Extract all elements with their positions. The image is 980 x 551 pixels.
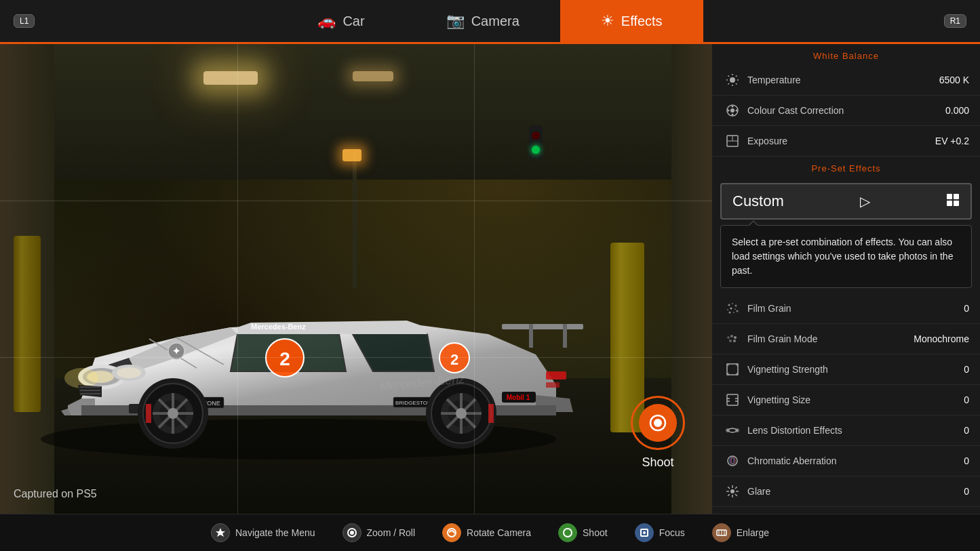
svg-point-80 bbox=[734, 308, 736, 310]
svg-rect-90 bbox=[726, 363, 729, 366]
rotate-label: Rotate Camera bbox=[467, 527, 531, 538]
vignetting-size-icon bbox=[723, 390, 742, 409]
svg-rect-72 bbox=[954, 194, 959, 199]
shoot-button-area[interactable]: Shoot bbox=[610, 396, 705, 470]
colour-cast-label: Colour Cast Correction bbox=[742, 105, 945, 116]
temperature-row[interactable]: Temperature 6500 K bbox=[712, 65, 980, 96]
chromatic-aberration-row[interactable]: Chromatic Aberration 0 bbox=[712, 446, 980, 476]
enlarge-label: Enlarge bbox=[737, 527, 769, 538]
traffic-light-red bbox=[532, 131, 540, 140]
svg-marker-127 bbox=[216, 528, 225, 537]
temperature-value: 6500 K bbox=[939, 75, 969, 85]
svg-line-58 bbox=[728, 76, 730, 77]
shoot-label: Shoot bbox=[610, 455, 705, 470]
film-grain-icon bbox=[723, 299, 742, 318]
tab-effects-label: Effects bbox=[621, 14, 663, 29]
film-grain-mode-icon bbox=[723, 329, 742, 348]
film-grain-row[interactable]: Film Grain 0 bbox=[712, 293, 980, 324]
vignetting-strength-row[interactable]: Vignetting Strength 0 bbox=[712, 354, 980, 385]
glare-value: 0 bbox=[964, 486, 969, 497]
shoot-bottom-icon bbox=[558, 523, 577, 542]
exposure-row[interactable]: Exposure EV +0.2 bbox=[712, 126, 980, 157]
svg-point-129 bbox=[350, 531, 354, 535]
svg-point-8 bbox=[117, 367, 141, 378]
film-grain-mode-row[interactable]: Film Grain Mode Monochrome bbox=[712, 324, 980, 354]
orange-underline bbox=[0, 42, 980, 44]
preset-selector[interactable]: Custom ▷ bbox=[720, 183, 972, 220]
svg-rect-94 bbox=[727, 394, 738, 405]
temperature-icon bbox=[723, 70, 742, 89]
vignetting-size-label: Vignetting Size bbox=[742, 394, 964, 405]
zoom-btn: Zoom / Roll bbox=[342, 523, 416, 542]
temperature-label: Temperature bbox=[742, 75, 939, 85]
right-panel: White Balance Temperature 6500 K bbox=[712, 44, 980, 514]
svg-point-85 bbox=[730, 335, 733, 338]
traffic-light-green bbox=[532, 146, 540, 154]
svg-rect-9 bbox=[80, 386, 100, 388]
svg-point-104 bbox=[730, 489, 734, 493]
shoot-bottom-label: Shoot bbox=[583, 527, 608, 538]
svg-line-60 bbox=[736, 76, 737, 77]
svg-point-78 bbox=[727, 309, 728, 310]
yellow-pillar-left bbox=[14, 236, 41, 412]
glare-row[interactable]: Glare 0 bbox=[712, 476, 980, 507]
svg-text:Mobil 1: Mobil 1 bbox=[507, 394, 530, 401]
svg-point-76 bbox=[732, 303, 733, 304]
svg-point-66 bbox=[728, 110, 730, 112]
main-viewport: ✦ 2 2 Mercedes-Benz AMG BRIDGESTON bbox=[0, 44, 712, 514]
vignetting-size-row[interactable]: Vignetting Size 0 bbox=[712, 385, 980, 415]
svg-line-61 bbox=[728, 83, 730, 85]
preset-grid-icon bbox=[946, 193, 960, 210]
shoot-circle-button[interactable] bbox=[631, 396, 685, 450]
svg-point-132 bbox=[564, 529, 572, 537]
svg-point-49 bbox=[456, 408, 467, 419]
enlarge-btn: Enlarge bbox=[712, 523, 769, 542]
tab-effects[interactable]: ☀ Effects bbox=[560, 0, 703, 42]
bottom-bar: Navigate the Menu Zoom / Roll Rotate Cam… bbox=[0, 514, 980, 551]
svg-point-64 bbox=[732, 106, 734, 108]
lens-distortion-row[interactable]: Lens Distortion Effects 0 bbox=[712, 415, 980, 446]
svg-line-111 bbox=[735, 487, 737, 489]
glare-label: Glare bbox=[742, 486, 964, 497]
svg-text:✦: ✦ bbox=[172, 346, 180, 356]
svg-rect-71 bbox=[947, 194, 952, 199]
svg-point-79 bbox=[730, 308, 732, 310]
svg-marker-131 bbox=[454, 531, 455, 534]
exposure-icon bbox=[723, 131, 742, 150]
screen-effect-header[interactable]: Screen Effect 1 ▼ bbox=[712, 507, 980, 514]
navigate-icon bbox=[211, 523, 230, 542]
svg-text:2: 2 bbox=[450, 351, 458, 368]
r1-button[interactable]: R1 bbox=[944, 14, 966, 28]
svg-rect-73 bbox=[947, 201, 952, 206]
enlarge-icon bbox=[712, 523, 731, 542]
vignetting-strength-icon bbox=[723, 360, 742, 379]
svg-line-110 bbox=[735, 494, 737, 496]
exposure-value: EV +0.2 bbox=[935, 136, 969, 146]
svg-point-77 bbox=[735, 305, 737, 307]
colour-cast-value: 0.000 bbox=[945, 105, 969, 116]
colour-cast-row[interactable]: Colour Cast Correction 0.000 bbox=[712, 96, 980, 126]
svg-rect-30 bbox=[546, 371, 566, 380]
svg-point-82 bbox=[733, 312, 734, 313]
tab-car[interactable]: 🚗 Car bbox=[277, 0, 405, 42]
svg-point-40 bbox=[168, 408, 178, 419]
svg-rect-28 bbox=[529, 324, 533, 348]
tooltip-text: Select a pre-set combination of effects.… bbox=[732, 237, 953, 276]
ceiling-light-1 bbox=[203, 71, 258, 85]
film-grain-mode-label: Film Grain Mode bbox=[742, 333, 914, 344]
lens-distortion-icon bbox=[723, 421, 742, 440]
svg-rect-11 bbox=[80, 393, 100, 394]
l1-button[interactable]: L1 bbox=[14, 14, 35, 28]
svg-point-63 bbox=[730, 108, 734, 113]
tab-camera[interactable]: 📷 Camera bbox=[406, 0, 560, 42]
rotate-btn: Rotate Camera bbox=[442, 523, 531, 542]
lens-distortion-value: 0 bbox=[964, 425, 969, 436]
film-grain-mode-value: Monochrome bbox=[914, 333, 969, 344]
chromatic-aberration-icon bbox=[723, 451, 742, 470]
camera-icon: 📷 bbox=[446, 12, 465, 30]
tab-car-label: Car bbox=[342, 14, 364, 29]
car-scene-background: ✦ 2 2 Mercedes-Benz AMG BRIDGESTON bbox=[0, 44, 712, 514]
vignetting-strength-value: 0 bbox=[964, 364, 969, 375]
focus-icon bbox=[635, 523, 654, 542]
svg-point-65 bbox=[732, 114, 734, 116]
